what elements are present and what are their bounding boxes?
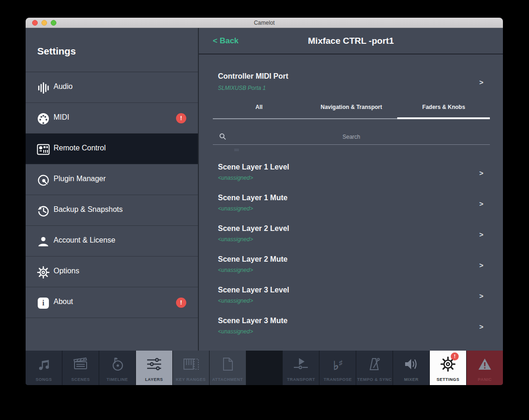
controller-port-value: SLMIXUSB Porta 1 <box>218 85 266 91</box>
assignment-row[interactable]: Scene Layer 2 Level <unassigned> > <box>199 219 503 250</box>
assignment-value: <unassigned> <box>218 298 253 304</box>
sidebar-item-label: MIDI <box>54 113 69 122</box>
sidebar-item-midi[interactable]: MIDI ! <box>26 103 198 134</box>
person-icon <box>37 235 50 248</box>
assignment-value: <unassigned> <box>218 267 253 273</box>
toolbar-transport[interactable]: TRANSPORT <box>283 351 319 385</box>
app-window: Camelot Settings Audio <box>26 18 503 385</box>
assignment-row[interactable]: Scene Layer 2 Mute <unassigned> > <box>199 250 503 280</box>
sliders-icon <box>146 355 163 373</box>
audio-bars-icon <box>37 81 50 95</box>
tab-navigation-transport[interactable]: Navigation & Transport <box>305 99 397 115</box>
settings-sidebar: Settings Audio <box>26 28 198 351</box>
sidebar-item-label: Audio <box>54 82 73 91</box>
assignment-value: <unassigned> <box>218 328 253 335</box>
toolbar-timeline[interactable]: TIMELINE <box>99 351 136 385</box>
piano-keys-icon <box>183 355 199 373</box>
alert-badge: ! <box>176 298 186 308</box>
search-bar <box>213 129 490 145</box>
sidebar-header: Settings <box>26 28 198 72</box>
assignment-value: <unassigned> <box>218 205 253 212</box>
toolbar-transpose[interactable]: ♭♯ TRANSPOSE <box>319 351 356 385</box>
toolbar-settings[interactable]: ! SETTINGS <box>430 351 466 385</box>
sidebar-item-options[interactable]: Options <box>26 257 198 287</box>
toolbar-attachment[interactable]: ATTACHMENT <box>210 351 246 385</box>
assignment-name: Scene Layer 3 Mute <box>218 317 287 325</box>
assignment-name: Scene Layer 1 Level <box>218 163 289 171</box>
active-tab-indicator <box>397 117 490 119</box>
assignment-value: <unassigned> <box>218 175 253 181</box>
play-slider-icon <box>292 355 309 373</box>
gear-icon <box>37 266 50 279</box>
filter-tabs: All Navigation & Transport Faders & Knob… <box>213 99 490 115</box>
sidebar-item-label: Remote Control <box>54 144 106 152</box>
tab-faders-knobs[interactable]: Faders & Knobs <box>398 99 490 115</box>
metronome-icon <box>367 355 382 373</box>
main-toolbar: SONGS SCENES <box>26 351 503 385</box>
record-note-icon <box>110 355 125 373</box>
remote-control-panel: < Back Mixface CTRL -port1 Controller MI… <box>198 28 503 351</box>
alert-badge: ! <box>176 113 186 123</box>
alert-badge: ! <box>451 352 459 360</box>
desktop: Camelot Settings Audio <box>0 0 529 420</box>
sidebar-item-audio[interactable]: Audio <box>26 72 198 103</box>
assignment-name: Scene Layer 2 Mute <box>218 255 287 264</box>
panel-title: Mixface CTRL -port1 <box>199 36 503 46</box>
sidebar-item-account-license[interactable]: Account & License <box>26 226 198 257</box>
toolbar-scenes[interactable]: SCENES <box>62 351 99 385</box>
warning-triangle-icon <box>477 355 492 373</box>
remote-pads-icon <box>37 143 50 156</box>
toolbar-panic[interactable]: PANIC <box>467 351 503 385</box>
chevron-right-icon[interactable]: > <box>479 230 483 238</box>
speaker-icon <box>403 355 419 373</box>
panel-header: < Back Mixface CTRL -port1 <box>199 28 503 54</box>
sidebar-item-about[interactable]: i About ! <box>26 287 198 318</box>
window-title: Camelot <box>26 18 503 28</box>
chevron-right-icon[interactable]: > <box>479 292 483 300</box>
toolbar-songs[interactable]: SONGS <box>26 351 62 385</box>
toolbar-tempo-sync[interactable]: TEMPO & SYNC <box>356 351 393 385</box>
scrolled-item-remnant <box>234 149 239 151</box>
clapperboard-icon <box>73 355 88 373</box>
assignment-name: Scene Layer 2 Level <box>218 224 289 233</box>
tab-all[interactable]: All <box>213 99 305 115</box>
chevron-right-icon[interactable]: > <box>479 169 483 177</box>
chevron-right-icon[interactable]: > <box>479 323 483 331</box>
toolbar-slot-empty <box>246 351 283 385</box>
sidebar-item-plugin-manager[interactable]: Plugin Manager <box>26 164 198 195</box>
assignment-row[interactable]: Scene Layer 3 Level <unassigned> > <box>199 280 503 311</box>
search-input[interactable] <box>213 129 490 145</box>
chevron-right-icon[interactable]: > <box>479 200 483 208</box>
sidebar-item-label: Backup & Snapshots <box>54 205 123 214</box>
assignment-name: Scene Layer 3 Level <box>218 286 289 294</box>
sidebar-item-label: Account & License <box>54 236 115 244</box>
sidebar-item-label: Options <box>54 267 79 275</box>
backup-history-icon <box>37 204 50 217</box>
sidebar-item-label: About <box>54 298 73 306</box>
toolbar-mixer[interactable]: MIXER <box>393 351 429 385</box>
assignment-name: Scene Layer 1 Mute <box>218 194 287 202</box>
titlebar: Camelot <box>26 18 503 28</box>
controller-port-label: Controller MIDI Port <box>218 72 288 81</box>
flat-sharp-icon: ♭♯ <box>333 355 342 373</box>
plugin-icon <box>37 174 50 187</box>
document-icon <box>222 355 234 373</box>
midi-din-icon <box>37 112 50 125</box>
toolbar-key-ranges[interactable]: KEY RANGES <box>173 351 209 385</box>
info-icon: i <box>37 297 50 310</box>
chevron-right-icon[interactable]: > <box>479 261 483 269</box>
music-notes-icon <box>36 355 51 373</box>
assignment-value: <unassigned> <box>218 236 253 243</box>
assignment-row[interactable]: Scene Layer 1 Level <unassigned> > <box>199 157 503 188</box>
sidebar-item-remote-control[interactable]: Remote Control <box>26 134 198 164</box>
assignment-row[interactable]: Scene Layer 1 Mute <unassigned> > <box>199 188 503 219</box>
sidebar-item-backup-snapshots[interactable]: Backup & Snapshots <box>26 195 198 226</box>
assignment-row[interactable]: Scene Layer 3 Mute <unassigned> > <box>199 311 503 342</box>
chevron-right-icon[interactable]: > <box>479 78 483 86</box>
sidebar-item-label: Plugin Manager <box>54 175 106 183</box>
toolbar-layers[interactable]: LAYERS <box>136 351 172 385</box>
page-title: Settings <box>37 46 76 57</box>
